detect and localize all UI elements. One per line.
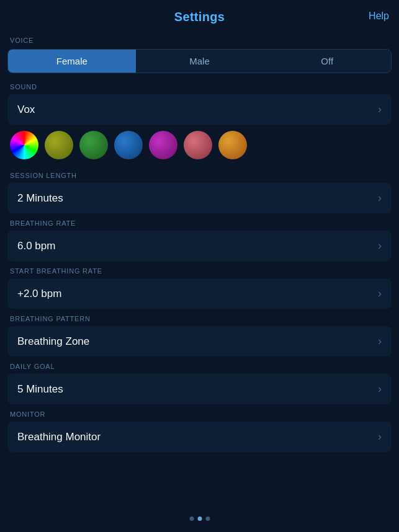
monitor-row[interactable]: Breathing Monitor ›	[7, 422, 392, 452]
page-dot-2[interactable]	[205, 516, 210, 521]
voice-female-button[interactable]: Female	[8, 50, 136, 73]
color-circle-salmon[interactable]	[184, 131, 212, 159]
session-length-row[interactable]: 2 Minutes ›	[7, 183, 392, 213]
session-length-value: 2 Minutes	[17, 192, 63, 205]
daily-goal-value: 5 Minutes	[17, 383, 63, 396]
breathing-pattern-chevron: ›	[378, 335, 382, 348]
breathing-pattern-row[interactable]: Breathing Zone ›	[7, 326, 392, 357]
page-title: Settings	[174, 10, 225, 24]
voice-off-button[interactable]: Off	[263, 50, 391, 73]
color-circle-rainbow[interactable]	[10, 131, 38, 159]
color-circle-blue[interactable]	[114, 131, 143, 159]
breathing-rate-row[interactable]: 6.0 bpm ›	[7, 231, 392, 261]
breathing-rate-label: BREATHING RATE	[0, 215, 399, 229]
monitor-chevron: ›	[378, 430, 382, 443]
session-length-label: SESSION LENGTH	[0, 167, 399, 182]
breathing-pattern-label: BREATHING PATTERN	[0, 310, 399, 325]
page-dots	[189, 516, 210, 521]
color-circle-orange[interactable]	[218, 131, 247, 159]
color-circle-olive[interactable]	[45, 131, 73, 159]
breathing-pattern-value: Breathing Zone	[17, 335, 89, 348]
color-palette	[0, 126, 399, 167]
sound-label: SOUND	[0, 78, 399, 93]
start-breathing-rate-chevron: ›	[378, 287, 382, 300]
sound-chevron: ›	[378, 103, 382, 116]
help-button[interactable]: Help	[369, 11, 389, 22]
page-dot-0[interactable]	[189, 516, 194, 521]
header: Settings Help	[0, 0, 399, 32]
daily-goal-label: DAILY GOAL	[0, 358, 399, 373]
session-length-chevron: ›	[378, 192, 382, 205]
daily-goal-chevron: ›	[378, 383, 382, 396]
voice-male-button[interactable]: Male	[136, 50, 264, 73]
start-breathing-rate-row[interactable]: +2.0 bpm ›	[7, 278, 392, 309]
start-breathing-rate-label: START BREATHING RATE	[0, 262, 399, 277]
page-dot-1[interactable]	[197, 516, 202, 521]
sound-row[interactable]: Vox ›	[7, 94, 392, 125]
voice-label: VOICE	[0, 32, 399, 47]
start-breathing-rate-value: +2.0 bpm	[17, 288, 61, 300]
daily-goal-row[interactable]: 5 Minutes ›	[7, 374, 392, 404]
color-circle-green[interactable]	[79, 131, 108, 159]
voice-segment: Female Male Off	[7, 49, 392, 73]
breathing-rate-value: 6.0 bpm	[17, 240, 55, 252]
monitor-label: MONITOR	[0, 406, 399, 420]
breathing-rate-chevron: ›	[378, 239, 382, 252]
monitor-value: Breathing Monitor	[17, 431, 101, 443]
color-circle-purple[interactable]	[149, 131, 177, 159]
sound-value: Vox	[17, 104, 35, 116]
